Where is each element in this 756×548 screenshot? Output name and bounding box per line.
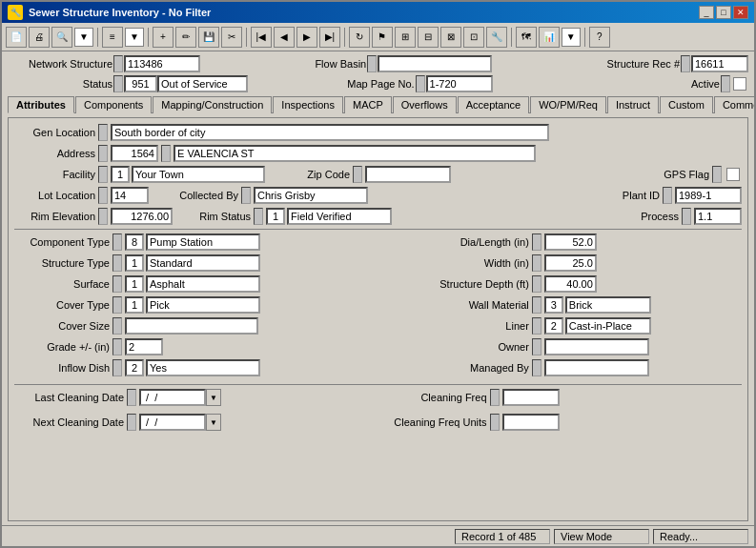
tab-mapping[interactable]: Mapping/Construction [153, 96, 272, 113]
grade-ind [112, 338, 122, 355]
facility-value-input[interactable] [132, 166, 265, 183]
structure-type-code[interactable] [125, 254, 144, 272]
tab-bar: Attributes Components Mapping/Constructi… [8, 95, 748, 113]
component-type-value[interactable] [146, 233, 260, 251]
cleaning-freq-label: Cleaning Freq [382, 392, 487, 403]
surf-ind [112, 275, 122, 293]
tab-components[interactable]: Components [75, 96, 152, 113]
process-input[interactable] [694, 208, 742, 225]
chart-button[interactable]: 📊 [539, 27, 560, 48]
next-cleaning-dropdown[interactable]: ▼ [206, 414, 221, 431]
active-checkbox[interactable] [733, 77, 746, 91]
status-code-input[interactable] [124, 75, 157, 92]
facility-code-input[interactable] [111, 166, 130, 183]
rim-status-value-input[interactable] [287, 208, 392, 225]
dia-length-row: Dia/Length (in) [415, 233, 742, 251]
managed-by-input[interactable] [544, 359, 649, 376]
refresh-button[interactable]: ↻ [349, 27, 370, 48]
maximize-button[interactable]: □ [716, 6, 731, 19]
sep1 [97, 28, 98, 47]
tab-acceptance[interactable]: Acceptance [458, 96, 529, 113]
flow-basin-input[interactable] [378, 55, 492, 72]
tab-comments[interactable]: Comments [714, 96, 754, 113]
rim-elevation-input[interactable] [111, 208, 173, 225]
delete-button[interactable]: ✂ [221, 27, 242, 48]
component-type-code[interactable] [125, 233, 144, 251]
grid-button1[interactable]: ⊞ [395, 27, 416, 48]
next-record[interactable]: ▶ [296, 27, 317, 48]
filter-dropdown[interactable]: ▼ [74, 28, 93, 47]
list-button[interactable]: ≡ [102, 27, 123, 48]
gen-location-input[interactable] [111, 124, 549, 141]
address-row: Address [14, 145, 742, 162]
last-cleaning-dropdown[interactable]: ▼ [206, 389, 221, 406]
save-button[interactable]: 💾 [198, 27, 219, 48]
cleaning-freq-input[interactable] [502, 389, 560, 406]
minimize-button[interactable]: _ [699, 6, 714, 19]
zip-code-input[interactable] [365, 166, 451, 183]
pid-ind [663, 187, 672, 204]
last-record[interactable]: ▶| [319, 27, 340, 48]
last-cleaning-input[interactable] [139, 389, 206, 406]
search-button[interactable]: 🔍 [51, 27, 72, 48]
grid-button4[interactable]: ⊡ [463, 27, 484, 48]
cover-size-row: Cover Size [14, 317, 407, 335]
tab-inspections[interactable]: Inspections [273, 96, 343, 113]
rim-status-code-input[interactable] [266, 208, 285, 225]
owner-input[interactable] [544, 338, 649, 355]
network-structure-input[interactable]: 113486 [124, 55, 200, 72]
dia-length-input[interactable] [544, 233, 597, 251]
tools-button[interactable]: 🔧 [486, 27, 507, 48]
gps-checkbox[interactable] [726, 168, 740, 181]
width-input[interactable] [544, 254, 597, 272]
structure-depth-input[interactable] [544, 275, 597, 293]
grid-button2[interactable]: ⊟ [418, 27, 439, 48]
liner-value[interactable] [565, 317, 651, 335]
structure-depth-row: Structure Depth (ft) [415, 275, 742, 293]
structure-type-value[interactable] [146, 254, 260, 272]
tab-wo[interactable]: WO/PM/Req [530, 96, 606, 113]
close-button[interactable]: ✕ [733, 6, 748, 19]
print-button[interactable]: 🖨 [29, 27, 50, 48]
cleaning-freq-units-input[interactable] [502, 414, 560, 431]
tab-macp[interactable]: MACP [344, 96, 392, 113]
tab-custom[interactable]: Custom [660, 96, 713, 113]
cover-type-value[interactable] [146, 296, 260, 314]
surface-value[interactable] [146, 275, 260, 293]
liner-code[interactable] [544, 317, 563, 335]
address-num-input[interactable] [111, 145, 158, 162]
inflow-dish-value[interactable] [146, 359, 260, 376]
tab-instruct[interactable]: Instruct [607, 96, 659, 113]
map-button[interactable]: 🗺 [516, 27, 537, 48]
liner-row: Liner [415, 317, 742, 335]
map-page-input[interactable] [426, 75, 493, 92]
prev-record[interactable]: ◀ [274, 27, 295, 48]
tab-attributes[interactable]: Attributes [8, 96, 74, 113]
add-button[interactable]: + [153, 27, 174, 48]
grade-input[interactable] [125, 338, 163, 355]
lot-location-input[interactable] [111, 187, 149, 204]
address-street-input[interactable] [174, 145, 536, 162]
view-dropdown[interactable]: ▼ [125, 28, 144, 47]
wall-material-value[interactable] [565, 296, 651, 314]
owner-label: Owner [415, 341, 529, 353]
next-cleaning-input[interactable] [139, 414, 206, 431]
flag-button[interactable]: ⚑ [372, 27, 393, 48]
wall-material-code[interactable] [544, 296, 563, 314]
inflow-dish-code[interactable] [125, 359, 144, 376]
help-button[interactable]: ? [589, 27, 610, 48]
sep3 [246, 28, 247, 47]
structure-rec-input[interactable] [691, 55, 748, 72]
tab-overflows[interactable]: Overflows [393, 96, 457, 113]
surface-code[interactable] [125, 275, 144, 293]
export-dropdown[interactable]: ▼ [562, 28, 581, 47]
cover-type-code[interactable] [125, 296, 144, 314]
plant-id-input[interactable] [675, 187, 742, 204]
cover-size-input[interactable] [125, 317, 258, 335]
grid-button3[interactable]: ⊠ [440, 27, 461, 48]
edit-button[interactable]: ✏ [175, 27, 196, 48]
status-value-input[interactable] [157, 75, 248, 92]
first-record[interactable]: |◀ [251, 27, 272, 48]
new-button[interactable]: 📄 [6, 27, 27, 48]
collected-by-input[interactable] [254, 187, 368, 204]
